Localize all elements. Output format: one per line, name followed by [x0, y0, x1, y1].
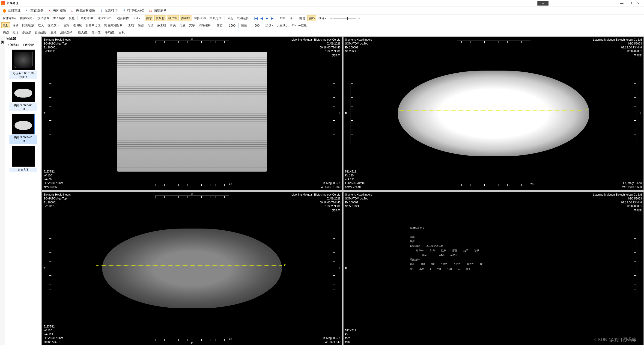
speed-dropdown[interactable]: 倍速	[131, 15, 142, 21]
reset-image-button[interactable]: ↶重置图像	[25, 8, 43, 13]
toolbar-tools: 鼠标 移动 比例缩放 放大 区域放大 位宽 透明度 测量单点值 拖住浏览图像 直…	[0, 22, 644, 29]
text-tool[interactable]: 文字	[188, 22, 196, 28]
line-tool[interactable]: 直线	[127, 22, 136, 28]
close-window-button[interactable]: ✕	[634, 1, 642, 6]
clear-film-button[interactable]: ▦清空胶片	[148, 8, 167, 13]
scale-value: 42	[229, 183, 232, 186]
roi-area-label: 面积:	[117, 30, 127, 36]
fit-window-button[interactable]: 适合窗体	[116, 15, 130, 21]
orientation-anterior: A	[191, 37, 193, 40]
thumbnail-list: 定位像 0.60 Tr20 冠状位 胸部 5.00 Br64 S3 胸部 5.0…	[5, 48, 41, 345]
roi-ellipse-tool[interactable]: 椭圆	[2, 30, 10, 36]
close-all-images-button[interactable]: ⊟关闭所有图像	[70, 8, 95, 13]
forward-button[interactable]: 前进	[298, 15, 306, 21]
thumbnail-item[interactable]: 胸部 5.00 Br64 S3	[10, 82, 37, 112]
close-image-button[interactable]: ✖关闭图像	[48, 8, 66, 13]
minimize-button[interactable]: —	[618, 1, 626, 6]
separator	[78, 16, 78, 20]
preset-dropdown[interactable]: 预设	[264, 22, 274, 28]
flip-horizontal-button[interactable]: 水平镜像	[36, 15, 51, 21]
viewport-3[interactable]: 2 A P R L Siemens HealthineersSOMATOM go…	[42, 192, 342, 345]
roundtrip-dropdown[interactable]: 往返	[317, 15, 328, 21]
close-all-link[interactable]: 关闭全部	[22, 43, 34, 47]
magic-wand-tool[interactable]: 魔棒	[49, 30, 58, 36]
scale-tool[interactable]: 比例缩放	[21, 22, 36, 28]
cancel-selection-button[interactable]: 取消选择	[236, 15, 250, 21]
window-level-label: 窗位:	[240, 22, 249, 28]
viewport-1[interactable]: A R L Siemens HealthineersSOMATOM go.Top…	[42, 37, 342, 190]
ruler-top	[457, 40, 530, 43]
slider-track[interactable]	[333, 18, 356, 19]
nav-next-button[interactable]: ▶	[265, 16, 269, 20]
select-all-button[interactable]: 全选	[226, 15, 234, 21]
angle-tool[interactable]: 角度	[178, 22, 187, 28]
loop-toggle[interactable]: 循环	[308, 15, 316, 21]
opacity-tool[interactable]: 透明度	[72, 22, 83, 28]
maximize-button[interactable]: ❐	[626, 1, 634, 6]
wwwl-tool[interactable]: 位宽	[62, 22, 70, 28]
send-print-button[interactable]: ⇪发送打印	[99, 8, 118, 13]
patient-tab[interactable]: 黄克军	[0, 36, 5, 345]
titlebar: 影像处理 ⌄ — ❐ ✕	[0, 0, 644, 6]
ruler-h-toggle[interactable]: 横尺标	[154, 15, 166, 21]
move-tool[interactable]: 移动	[11, 22, 20, 28]
info-toggle[interactable]: 信息	[144, 15, 154, 21]
nav-first-button[interactable]: |◀	[253, 16, 258, 20]
viewport-2[interactable]: 2 A P R L Siemens HealthineersSOMATOM go…	[344, 37, 644, 190]
arrow-tool[interactable]: 箭头	[168, 22, 177, 28]
separator	[75, 30, 75, 34]
sync-scroll-button[interactable]: 同步滚动	[192, 15, 207, 21]
single-point-tool[interactable]: 测量单点值	[84, 22, 102, 28]
print-film-button[interactable]: ⎙打印胶片(0)	[122, 8, 144, 13]
image-layout-dropdown[interactable]: 图像布局	[19, 15, 35, 21]
thumbnail-item[interactable]: 患者方案	[10, 146, 37, 172]
nav-prev-button[interactable]: ◀	[260, 16, 264, 20]
roi-freehand-tool[interactable]: 自由图形	[34, 30, 48, 36]
rect-tool[interactable]: 矩形	[146, 22, 155, 28]
refline-toggle[interactable]: 参考线	[180, 15, 192, 21]
ruler-bottom	[155, 339, 229, 341]
rotate-ccw-button[interactable]: 逆时针90°	[96, 15, 113, 21]
clear-selection-button[interactable]: 清除选择	[59, 30, 74, 36]
separator	[114, 16, 114, 20]
close-current-link[interactable]: 关闭当前	[7, 43, 19, 47]
dicom-info-button[interactable]: Dicom信息	[291, 22, 308, 28]
slider-thumb[interactable]	[347, 17, 348, 20]
window-layout-dropdown[interactable]: 窗体布局	[2, 15, 18, 21]
preset-config-button[interactable]: 设置预设	[275, 22, 290, 28]
overlay-bottom-right: Fit, Mag: 0.67XW: 399 L: 40	[322, 336, 340, 344]
quickaccess-dropdown[interactable]: ⌄	[538, 1, 548, 6]
polyline-tool[interactable]: 多直线	[156, 22, 168, 28]
recon3d-button[interactable]: 三维重建	[2, 8, 21, 13]
viewport-4[interactable]: A R Siemens HealthineersSOMATOM go.TopEx…	[344, 192, 644, 345]
slider-minus[interactable]: −	[330, 16, 332, 20]
mouse-tool[interactable]: 鼠标	[2, 22, 10, 28]
zoom-tool[interactable]: 放大	[36, 22, 45, 28]
relocate-button[interactable]: 重新定位	[208, 15, 223, 21]
backward-button[interactable]: 后退	[278, 15, 287, 21]
thumbnail-item[interactable]: 胸部 5.00 Br40 S3	[10, 114, 37, 144]
chevron-down-icon: ⌄	[542, 2, 544, 5]
cine-speed-slider[interactable]: − ＋	[330, 16, 361, 20]
stop-button[interactable]: 停止	[288, 15, 297, 21]
flip-vertical-button[interactable]: 垂直镜像	[52, 15, 66, 21]
view-grid: A R L Siemens HealthineersSOMATOM go.Top…	[42, 36, 644, 345]
window-level-input[interactable]	[250, 23, 263, 28]
invert-button[interactable]: 反色	[67, 15, 76, 21]
roi-polygon-tool[interactable]: 多边形	[21, 30, 32, 36]
orientation-anterior: A	[492, 192, 494, 196]
slider-plus[interactable]: ＋	[358, 16, 361, 20]
drag-browse-tool[interactable]: 拖住浏览图像	[103, 22, 124, 28]
region-zoom-tool[interactable]: 区域放大	[46, 22, 61, 28]
close-all-icon: ⊟	[70, 8, 74, 13]
rotate-cw-button[interactable]: 顺时针90°	[79, 15, 96, 21]
ellipse-tool[interactable]: 椭圆	[136, 22, 145, 28]
nav-last-button[interactable]: ▶|	[270, 16, 276, 20]
ruler-left	[350, 84, 353, 144]
ruler-v-toggle[interactable]: 纵尺标	[167, 15, 179, 21]
overlay-top-left: Siemens HealthineersSOMATOM go.TopEx:200…	[44, 193, 70, 208]
clear-annotation-button[interactable]: 清除注释	[198, 22, 212, 28]
roi-rect-tool[interactable]: 矩形	[11, 30, 20, 36]
window-width-input[interactable]	[226, 23, 239, 28]
thumbnail-item[interactable]: 定位像 0.60 Tr20 冠状位	[10, 50, 37, 79]
